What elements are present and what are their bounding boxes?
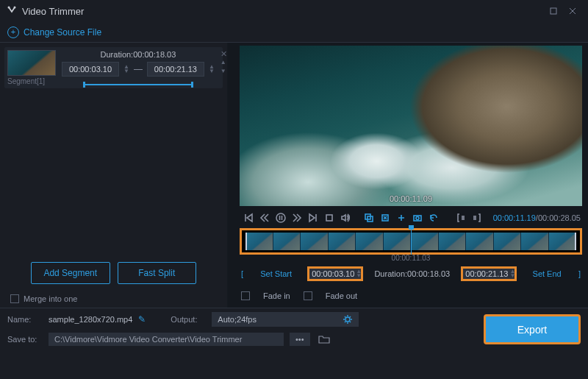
svg-point-1: [14, 7, 16, 9]
next-segment-icon[interactable]: [306, 210, 320, 225]
bracket-in-icon[interactable]: [453, 210, 468, 225]
topbar: + Change Source File: [0, 22, 588, 43]
merge-checkbox[interactable]: [10, 294, 19, 303]
bracket-out-icon[interactable]: [470, 210, 484, 225]
fast-split-button[interactable]: Fast Split: [118, 262, 197, 284]
stop-icon[interactable]: [322, 210, 337, 225]
delete-icon[interactable]: [378, 210, 392, 225]
merge-label: Merge into one: [24, 294, 77, 303]
video-preview: 00:00:11.09: [240, 46, 582, 206]
svg-point-9: [416, 217, 419, 220]
seg-end-stepper[interactable]: ▲▼: [209, 65, 215, 74]
change-source-button[interactable]: + Change Source File: [7, 26, 101, 38]
plus-circle-icon: +: [7, 26, 19, 38]
undo-icon[interactable]: [426, 210, 441, 225]
open-folder-icon[interactable]: [316, 331, 332, 347]
titlebar: Video Trimmer: [0, 0, 588, 22]
gear-icon: [343, 314, 353, 325]
export-button[interactable]: Export: [485, 316, 579, 343]
app-logo-icon: [6, 5, 18, 17]
bracket-open-icon: [: [241, 269, 243, 278]
output-label: Output:: [171, 315, 206, 324]
output-select[interactable]: Auto;24fps: [212, 312, 359, 327]
step-back-icon[interactable]: [257, 210, 272, 225]
segment-range-bar[interactable]: [83, 84, 193, 85]
play-pause-icon[interactable]: [273, 210, 288, 225]
snapshot-icon[interactable]: [410, 210, 425, 225]
volume-icon[interactable]: [338, 210, 353, 225]
minimize-button[interactable]: [544, 1, 563, 21]
name-label: Name:: [7, 315, 43, 324]
svg-point-3: [276, 213, 285, 222]
copy-icon[interactable]: [362, 210, 376, 225]
filename: sample_1280x720.mp4: [49, 315, 132, 324]
seg-start-input[interactable]: 00:00:03.10: [62, 62, 119, 77]
add-cut-icon[interactable]: [394, 210, 409, 225]
timeline-playhead[interactable]: [411, 228, 412, 255]
trim-duration-label: Duration:00:00:18.03: [374, 269, 450, 278]
fade-in-checkbox[interactable]: [241, 291, 250, 300]
save-path: C:\Vidmore\Vidmore Video Converter\Video…: [49, 333, 284, 346]
preview-time-overlay: 00:00:11.09: [390, 194, 432, 203]
bracket-close-icon: ]: [578, 269, 581, 278]
svg-point-0: [8, 7, 10, 9]
chevron-down-icon[interactable]: ▼: [220, 68, 227, 75]
timeline[interactable]: 00:00:11.03: [241, 230, 581, 253]
set-end-button[interactable]: Set End: [528, 269, 566, 278]
chevron-up-icon[interactable]: ▲: [220, 59, 227, 66]
svg-point-10: [345, 317, 350, 322]
fade-in-label: Fade in: [263, 291, 290, 300]
edit-name-icon[interactable]: ✎: [138, 314, 146, 325]
segment-thumbnail: [7, 50, 56, 76]
fade-out-checkbox[interactable]: [304, 291, 312, 300]
end-time-input[interactable]: 00:00:21.13▲▼: [462, 268, 515, 280]
segment-panel: Segment[1] Duration:00:00:18.03 00:00:03…: [0, 43, 228, 308]
start-time-input[interactable]: 00:00:03.10▲▼: [309, 268, 362, 280]
save-label: Save to:: [7, 335, 43, 344]
change-source-label: Change Source File: [24, 27, 101, 38]
set-start-button[interactable]: Set Start: [256, 269, 296, 278]
app-title: Video Trimmer: [22, 6, 84, 17]
browse-button[interactable]: •••: [290, 333, 310, 346]
close-button[interactable]: [563, 1, 582, 21]
timeline-time-label: 00:00:11.03: [241, 254, 581, 262]
segment-label: Segment[1]: [7, 77, 56, 85]
step-forward-icon[interactable]: [290, 210, 304, 225]
segment-duration: Duration:00:00:18.03: [101, 50, 176, 59]
svg-rect-4: [326, 215, 332, 221]
add-segment-button[interactable]: Add Segment: [31, 262, 110, 284]
footer: Name: sample_1280x720.mp4 ✎ Output: Auto…: [0, 308, 588, 350]
segment-remove-icon[interactable]: ✕: [220, 50, 227, 57]
prev-segment-icon[interactable]: [241, 210, 256, 225]
seg-end-input[interactable]: 00:00:21.13: [147, 62, 204, 77]
svg-rect-2: [551, 8, 556, 14]
segment-item[interactable]: Segment[1] Duration:00:00:18.03 00:00:03…: [4, 47, 223, 88]
seg-start-stepper[interactable]: ▲▼: [123, 65, 129, 74]
playback-time: 00:00:11.19/00:00:28.05: [493, 213, 581, 222]
fade-out-label: Fade out: [326, 291, 357, 300]
